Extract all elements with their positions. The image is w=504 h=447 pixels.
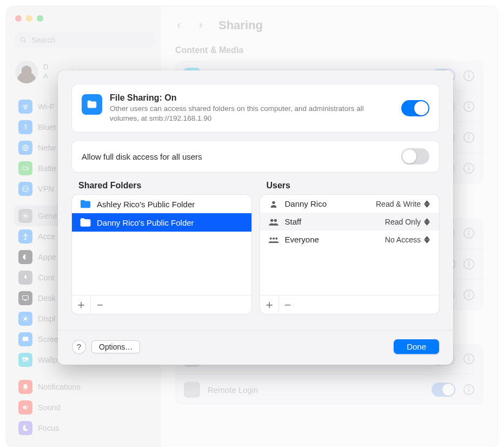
shared-folders-header: Shared Folders — [78, 181, 251, 190]
remove-user-button[interactable]: － — [278, 297, 297, 313]
people2-icon — [268, 218, 280, 226]
users-header: Users — [267, 181, 440, 190]
permission-label: No Access — [385, 235, 421, 244]
svg-point-45 — [274, 219, 276, 222]
stepper-icon — [424, 218, 432, 226]
file-sharing-desc: Other users can access shared folders on… — [110, 104, 394, 123]
user-row[interactable]: StaffRead Only — [260, 213, 440, 231]
user-name: Danny Rico — [285, 199, 371, 208]
folder-icon — [79, 218, 91, 227]
permission-label: Read Only — [385, 218, 421, 226]
permission-popup[interactable]: No Access — [385, 235, 432, 244]
options-button[interactable]: Options… — [91, 340, 140, 353]
add-user-button[interactable]: ＋ — [260, 297, 278, 313]
permission-label: Read & Write — [376, 200, 421, 208]
stepper-icon — [424, 200, 432, 208]
svg-point-43 — [272, 201, 275, 204]
people3-icon — [268, 235, 280, 244]
file-sharing-toggle[interactable] — [401, 100, 429, 116]
svg-point-46 — [269, 238, 271, 240]
folder-name: Ashley Rico's Public Folder — [97, 200, 195, 209]
add-folder-button[interactable]: ＋ — [72, 297, 90, 313]
users-list[interactable]: Danny RicoRead & WriteStaffRead OnlyEver… — [260, 195, 440, 314]
svg-point-48 — [275, 238, 277, 240]
remove-folder-button[interactable]: － — [90, 297, 109, 313]
folder-name: Danny Rico's Public Folder — [97, 218, 194, 227]
user-name: Everyone — [285, 235, 380, 244]
file-sharing-sheet: File Sharing: On Other users can access … — [58, 70, 453, 365]
full-disk-access-label: Allow full disk access for all users — [82, 152, 401, 161]
file-sharing-status-card: File Sharing: On Other users can access … — [72, 84, 439, 132]
help-button[interactable]: ? — [72, 340, 86, 354]
full-disk-access-card: Allow full disk access for all users — [72, 141, 439, 172]
user-row[interactable]: Danny RicoRead & Write — [260, 195, 440, 213]
user-name: Staff — [285, 217, 380, 226]
user-row[interactable]: EveryoneNo Access — [260, 231, 440, 248]
done-button[interactable]: Done — [394, 339, 439, 354]
permission-popup[interactable]: Read Only — [385, 218, 432, 226]
folder-icon — [79, 199, 91, 209]
shared-folder-row[interactable]: Ashley Rico's Public Folder — [72, 195, 251, 213]
stepper-icon — [424, 236, 432, 244]
folder-share-icon — [82, 94, 102, 115]
file-sharing-title: File Sharing: On — [110, 93, 394, 103]
permission-popup[interactable]: Read & Write — [376, 200, 432, 208]
shared-folder-row[interactable]: Danny Rico's Public Folder — [72, 213, 251, 232]
shared-folders-list[interactable]: Ashley Rico's Public FolderDanny Rico's … — [72, 195, 251, 314]
svg-point-44 — [270, 219, 273, 222]
person-icon — [268, 200, 280, 208]
full-disk-access-toggle[interactable] — [401, 148, 429, 165]
svg-point-47 — [273, 238, 275, 240]
